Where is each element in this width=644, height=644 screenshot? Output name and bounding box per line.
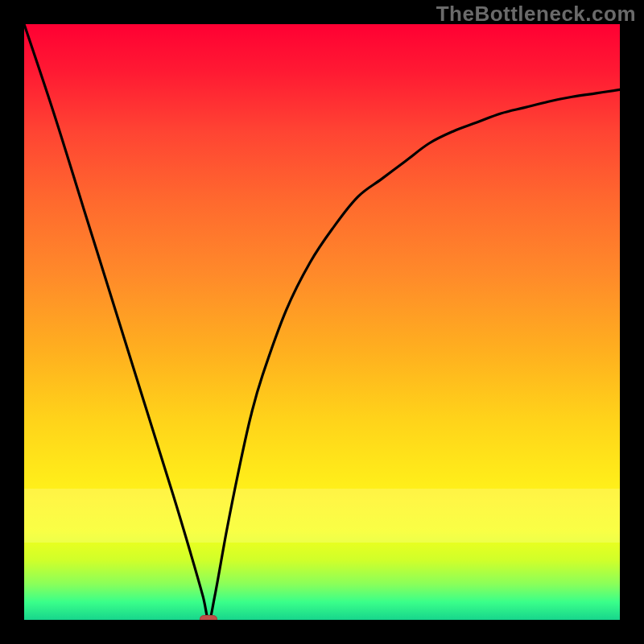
chart-frame: TheBottleneck.com bbox=[0, 0, 644, 644]
plot-area bbox=[24, 24, 620, 620]
watermark-text: TheBottleneck.com bbox=[436, 2, 636, 27]
curve-path bbox=[24, 24, 620, 620]
optimum-marker bbox=[200, 615, 217, 620]
curve-layer bbox=[24, 24, 620, 620]
